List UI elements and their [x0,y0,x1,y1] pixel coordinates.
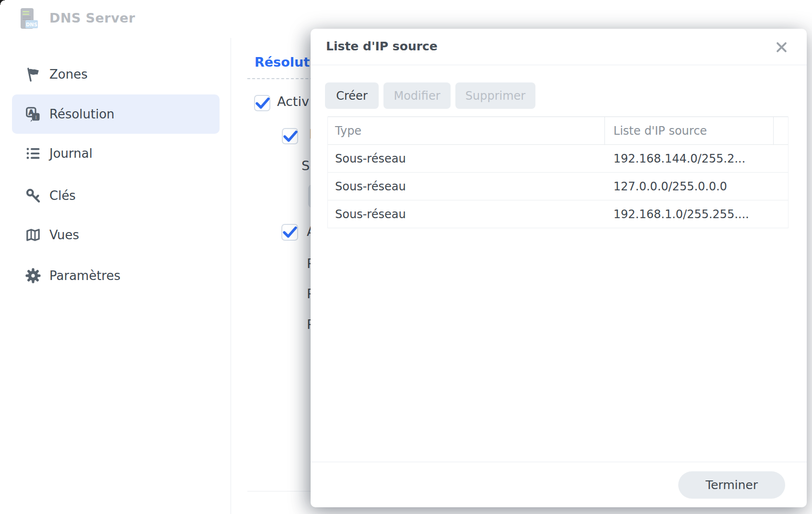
delete-button[interactable]: Supprimer [455,82,535,109]
table-header-row: Type Liste d'IP source [328,117,788,145]
sidebar-item-label: Paramètres [49,269,120,283]
screen: DNS DNS Server Zones A 1 Résolution [0,0,812,514]
dialog-footer-divider [311,462,807,462]
sidebar-item-zones[interactable]: Zones [12,55,220,94]
dialog-header: Liste d'IP source [311,29,807,65]
dialog-title: Liste d'IP source [326,29,438,65]
table-row[interactable]: Sous-réseau 192.168.1.0/255.255.... [328,200,788,228]
limit-source-checkbox[interactable] [282,128,298,144]
sidebar-item-journal[interactable]: Journal [12,134,220,173]
svg-text:1: 1 [34,114,38,121]
done-button[interactable]: Terminer [678,471,785,499]
cell-source: 127.0.0.0/255.0.0.0 [605,180,774,193]
table-row[interactable]: Sous-réseau 127.0.0.0/255.0.0.0 [328,173,788,200]
source-ip-table: Type Liste d'IP source Sous-réseau 192.1… [327,117,789,228]
sidebar-item-label: Clés [49,188,76,203]
sidebar-item-vues[interactable]: Vues [12,215,220,255]
subnet-label-fragment: S [302,158,310,173]
dns-badge-label: DNS [26,22,37,27]
translate-icon: A 1 [25,106,41,122]
key-icon [25,187,41,204]
sidebar-item-cles[interactable]: Clés [12,176,220,215]
column-header-source[interactable]: Liste d'IP source [605,117,774,144]
enable-forwarders-checkbox[interactable] [281,224,298,241]
gear-icon [25,268,41,284]
list-icon [25,145,41,162]
window-corner [0,0,5,5]
cell-source: 192.168.1.0/255.255.... [605,208,774,221]
create-button[interactable]: Créer [325,82,379,109]
sidebar-item-resolution[interactable]: A 1 Résolution [12,94,220,134]
close-button[interactable] [771,36,792,58]
close-icon [775,41,788,54]
cell-type: Sous-réseau [328,208,605,221]
panel-section-title: Résoluti [255,55,314,70]
enable-resolution-checkbox[interactable] [254,95,270,111]
sidebar-item-label: Journal [49,146,93,161]
sidebar-item-parametres[interactable]: Paramètres [12,256,220,295]
dns-server-app-icon: DNS [17,7,40,30]
edit-button[interactable]: Modifier [383,82,451,109]
flag-icon [25,66,41,82]
column-header-type[interactable]: Type [328,117,605,144]
sidebar-item-label: Zones [49,67,88,82]
cell-source: 192.168.144.0/255.2... [605,152,774,165]
map-icon [25,227,41,243]
sidebar-item-label: Résolution [49,107,115,121]
table-row[interactable]: Sous-réseau 192.168.144.0/255.2... [328,145,788,173]
cell-type: Sous-réseau [328,152,605,165]
source-ip-list-dialog: Liste d'IP source Créer Modifier Supprim… [311,29,807,507]
enable-resolution-label: Activ [277,94,309,109]
sidebar: Zones A 1 Résolution Journal [0,38,231,514]
sidebar-item-label: Vues [49,228,79,242]
app-title: DNS Server [49,0,135,38]
cell-type: Sous-réseau [328,180,605,193]
